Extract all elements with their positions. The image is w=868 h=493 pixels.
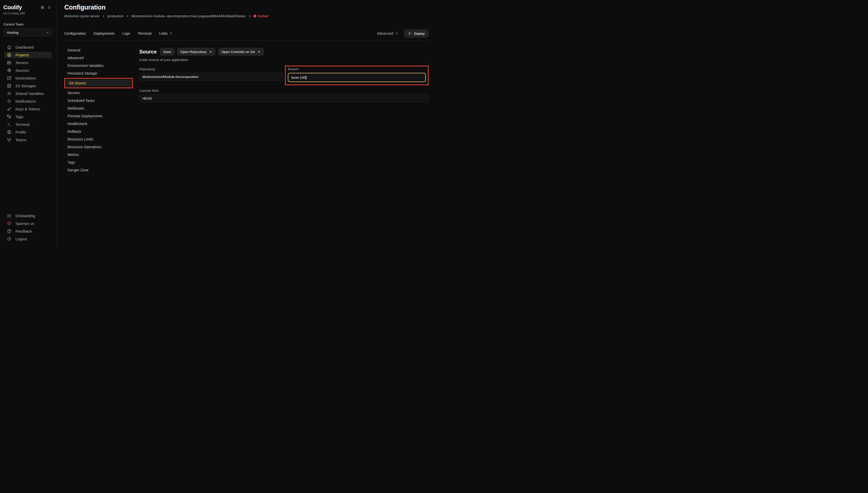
- sidebar-item-destinations[interactable]: Destinations: [4, 75, 52, 81]
- save-button[interactable]: Save: [160, 48, 174, 56]
- arrow-up-right-icon: [209, 50, 212, 53]
- sidebar-item-teams[interactable]: Teams: [4, 137, 52, 143]
- chevrons-up-down-icon: [47, 5, 51, 9]
- subnav-item-resource-operations[interactable]: Resource Operations: [64, 143, 133, 151]
- source-panel: Source Save Open Repository Open Commits…: [133, 46, 429, 174]
- subnav-item-preview-deployments[interactable]: Preview Deployments: [64, 112, 133, 120]
- server-icon: [7, 61, 11, 65]
- repository-field: Repository: [139, 66, 283, 85]
- coolify-logo[interactable]: Coolify: [3, 4, 22, 11]
- subnav-item-advanced[interactable]: Advanced: [64, 54, 133, 62]
- sidebar-item-terminal[interactable]: Terminal: [4, 121, 52, 128]
- layers-icon: [7, 53, 11, 57]
- chevron-right-icon: [102, 15, 105, 18]
- sidebar-item-logout[interactable]: Logout: [4, 236, 52, 242]
- source-form: Repository Branch level-100 Commit SHA: [139, 66, 429, 102]
- breadcrumb-link[interactable]: illicitestonion/-module--decomposition:m…: [131, 14, 246, 18]
- chevron-right-icon: [248, 15, 251, 18]
- tag-icon: [7, 114, 11, 119]
- sidebar-item-servers[interactable]: Servers: [4, 60, 52, 66]
- subnav-item-metrics[interactable]: Metrics: [64, 151, 133, 158]
- branch-field: Branch level-100: [288, 67, 426, 82]
- repository-input[interactable]: [139, 73, 283, 81]
- main-content: Configuration illicitonion quote serverp…: [57, 0, 434, 246]
- bell-icon: [7, 99, 11, 103]
- sidebar-item-dashboard[interactable]: Dashboard: [4, 44, 52, 50]
- sidebar-item-tags[interactable]: Tags: [4, 113, 52, 120]
- subnav-item-environment-variables[interactable]: Environment Variables: [64, 62, 133, 69]
- subnav-item-webhooks[interactable]: Webhooks: [64, 105, 133, 112]
- configuration-content: GeneralAdvancedEnvironment VariablesPers…: [64, 46, 429, 174]
- page-title: Configuration: [64, 4, 429, 11]
- sidebar-item-notifications[interactable]: Notifications: [4, 98, 52, 105]
- sidebar-item-s3-storages[interactable]: S3 Storages: [4, 83, 52, 89]
- branch-label: Branch: [288, 67, 426, 71]
- open-repository-button[interactable]: Open Repository: [177, 48, 215, 56]
- sidebar-item-keys-tokens[interactable]: Keys & Tokens: [4, 106, 52, 112]
- sidebar-bottom: Onboarding Sponsor us Feedback Logout: [0, 211, 56, 246]
- tabs: Configuration Deployments Logs Terminal …: [64, 31, 173, 36]
- breadcrumb: illicitonion quote serverproductionillic…: [64, 14, 429, 18]
- deploy-button[interactable]: Deploy: [404, 29, 429, 38]
- repository-label: Repository: [139, 67, 283, 71]
- section-description: Code source of your application.: [139, 58, 429, 62]
- sun-icon: [40, 5, 44, 9]
- sidebar-item-projects[interactable]: Projects: [4, 52, 52, 58]
- theme-toggle-button[interactable]: [40, 5, 44, 9]
- logout-icon: [7, 237, 11, 241]
- subnav-item-git-source[interactable]: Git Source: [64, 78, 133, 88]
- sidebar-item-feedback[interactable]: Feedback: [4, 228, 52, 234]
- open-commits-button[interactable]: Open Commits on Git: [218, 48, 264, 56]
- branch-annotation-box: Branch level-100: [285, 66, 429, 85]
- checklist-icon: [7, 214, 11, 218]
- team-select[interactable]: Hosting: [3, 28, 52, 36]
- commit-sha-label: Commit SHA: [139, 89, 429, 93]
- subnav-item-tags[interactable]: Tags: [64, 159, 133, 166]
- subnav-item-servers[interactable]: Servers: [64, 89, 133, 97]
- chevrons-up-down-icon: [395, 31, 399, 35]
- status-badge: Exited: [254, 14, 268, 18]
- team-select-value: Hosting: [7, 30, 19, 35]
- sidebar-top: Coolify v4.0.0-beta.399 Current Team Hos…: [0, 0, 56, 144]
- sidebar-expander-button[interactable]: [47, 5, 51, 9]
- subnav-item-general[interactable]: General: [64, 47, 133, 54]
- tab-links[interactable]: Links: [159, 31, 173, 36]
- heart-icon: [7, 221, 11, 226]
- sidebar-nav: Dashboard Projects Servers Sources Desti…: [3, 44, 53, 143]
- sidebar-item-shared-variables[interactable]: Shared Variables: [4, 90, 52, 97]
- terminal-icon: [7, 122, 11, 127]
- sidebar-item-sources[interactable]: Sources: [4, 67, 52, 73]
- breadcrumb-link[interactable]: production: [107, 14, 124, 18]
- chevron-right-icon: [126, 15, 129, 18]
- commit-sha-field: Commit SHA: [139, 87, 429, 102]
- status-dot: [254, 15, 256, 18]
- app-root: Coolify v4.0.0-beta.399 Current Team Hos…: [0, 0, 434, 246]
- tab-deployments[interactable]: Deployments: [93, 31, 114, 36]
- subnav-item-resource-limits[interactable]: Resource Limits: [64, 135, 133, 143]
- tab-terminal[interactable]: Terminal: [138, 31, 151, 36]
- tab-configuration[interactable]: Configuration: [64, 31, 86, 36]
- breadcrumb-link[interactable]: illicitonion quote server: [64, 14, 100, 18]
- text-caret: [306, 76, 306, 80]
- map-icon: [7, 76, 11, 80]
- users-icon: [7, 138, 11, 142]
- subnav-item-rollback[interactable]: Rollback: [64, 128, 133, 135]
- app-version: v4.0.0-beta.399: [3, 12, 53, 15]
- sidebar-item-profile[interactable]: Profile: [4, 129, 52, 135]
- help-icon: [7, 229, 11, 233]
- variables-icon: [7, 91, 11, 96]
- sidebar-navigation: Dashboard Projects Servers Sources Desti…: [3, 44, 53, 143]
- tabs-row: Configuration Deployments Logs Terminal …: [64, 29, 429, 38]
- tabs-divider: [64, 40, 429, 41]
- tab-logs[interactable]: Logs: [122, 31, 130, 36]
- subnav-item-persistent-storage[interactable]: Persistent Storage: [64, 70, 133, 77]
- sidebar-item-sponsor-us[interactable]: Sponsor us: [4, 220, 52, 227]
- commit-sha-input[interactable]: [139, 94, 429, 102]
- branch-input[interactable]: level-100: [288, 73, 426, 82]
- status-label: Exited: [258, 14, 268, 18]
- subnav-item-healthcheck[interactable]: Healthcheck: [64, 120, 133, 127]
- advanced-menu-button[interactable]: Advanced: [377, 31, 399, 36]
- sidebar-item-onboarding[interactable]: Onboarding: [4, 213, 52, 219]
- subnav-item-scheduled-tasks[interactable]: Scheduled Tasks: [64, 97, 133, 104]
- subnav-item-danger-zone[interactable]: Danger Zone: [64, 167, 133, 174]
